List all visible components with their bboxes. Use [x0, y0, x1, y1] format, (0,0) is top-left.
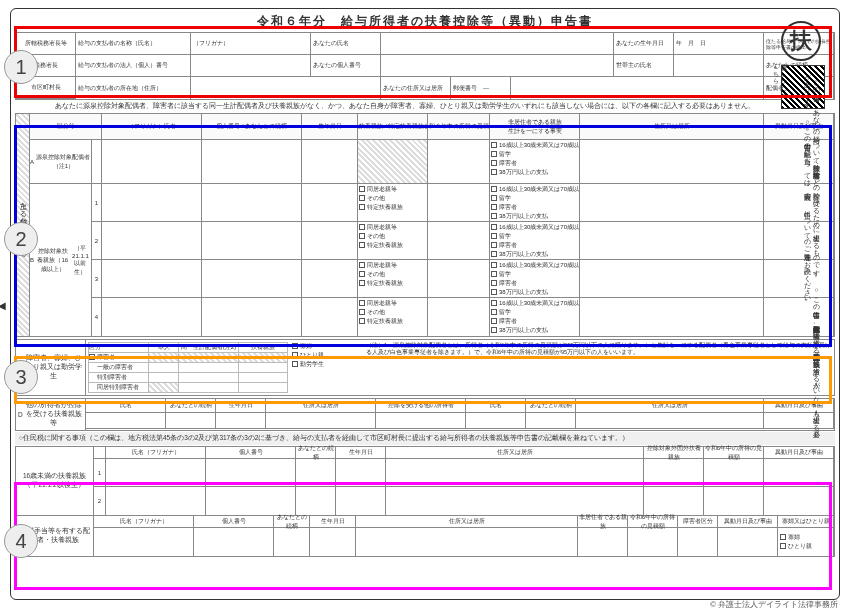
s1r0-r3[interactable]: 年 月 日 [674, 33, 764, 54]
side-instructions: ○この申告書は、あなたの給与について扶養控除、障害者控除などの控除を受けるために… [803, 69, 821, 429]
s2-header: 区分等 （フリガナ）氏名 個人番号 / あなたとの続柄 生年月日 老人扶養親族 … [30, 114, 834, 140]
s1r1-r1: あなたの個人番号 [311, 55, 381, 76]
s1-main: 給与の支払者の名称（氏名） （フリガナ） あなたの氏名 あなたの生年月日 年 月… [76, 33, 834, 99]
form-page: 令和６年分 給与所得者の扶養控除等（異動）申告書 扶 所轄税務署長等 税務署長 … [10, 8, 840, 600]
section-3: C 障害者、寡婦、ひとり親又は勤労学生 区分本人同一生計配偶者(注2)扶養親族 … [15, 339, 835, 396]
s1r0-name-field[interactable] [381, 33, 614, 54]
s1r2-r2[interactable]: 郵便番号 ― [451, 77, 511, 99]
form-title: 令和６年分 給与所得者の扶養控除等（異動）申告書 [15, 13, 835, 30]
s1r0-r2: あなたの生年月日 [614, 33, 674, 54]
section-1: 所轄税務署長等 税務署長 市区町村長 給与の支払者の名称（氏名） （フリガナ） … [15, 32, 835, 100]
left-arrow-icon: ◀ [0, 300, 6, 311]
qr-caption: 記載のしかたはこちら [771, 60, 788, 100]
s1r0-mid[interactable]: （フリガナ） [191, 33, 311, 54]
section-D: D 他の所得者が控除を受ける扶養親族等 氏名 あなたとの続柄 生年月日 住所又は… [15, 398, 835, 431]
marker-2: 2 [4, 222, 38, 256]
section-2: 主たる給与から控除を受ける 区分等 （フリガナ）氏名 個人番号 / あなたとの続… [15, 113, 835, 337]
section-4b: 退職手当等を有する配偶者・扶養親族 氏名（フリガナ） 個人番号 あなたとの続柄 … [15, 516, 835, 557]
marker-1: 1 [4, 50, 38, 84]
s1r0-r1: あなたの氏名 [311, 33, 381, 54]
s1r2-addr2[interactable] [511, 77, 764, 99]
section-4a: 16歳未満の扶養親族（平21.1.2以後生） 氏名（フリガナ） 個人番号 あなた… [15, 446, 835, 516]
marker-4: 4 [4, 524, 38, 558]
fu-badge: 扶 [781, 21, 821, 61]
s2-row-B1: B 控除対象扶養親族（16歳以上）（平21.1.1以前生） 1 同居老親等その他… [30, 184, 834, 222]
s1r0-lab: 給与の支払者の名称（氏名） [76, 33, 191, 54]
s1r2-lab: 給与の支払者の所在地（住所） [76, 77, 191, 99]
copyright: © 弁護士法人デイライト法律事務所 [710, 599, 838, 608]
marker-3: 3 [4, 360, 38, 394]
s1r1-mynum[interactable] [381, 55, 614, 76]
s1r1-r2: 世帯主の氏名 [614, 55, 674, 76]
s1r1-corpnum[interactable] [191, 55, 311, 76]
note-1: あなたに源泉控除対象配偶者、障害者に該当する同一生計配偶者及び扶養親族がなく、か… [15, 102, 835, 111]
s1r2-r1: あなたの住所又は居所 [381, 77, 451, 99]
s1r2-addr1[interactable] [191, 77, 381, 99]
s1r1-head[interactable] [674, 55, 764, 76]
s2-row-A: A 源泉控除対象配偶者（注1） 16歳以上30歳未満又は70歳以上留学障害者38… [30, 140, 834, 184]
s1r1-lab: 給与の支払者の法人（個人）番号 [76, 55, 191, 76]
